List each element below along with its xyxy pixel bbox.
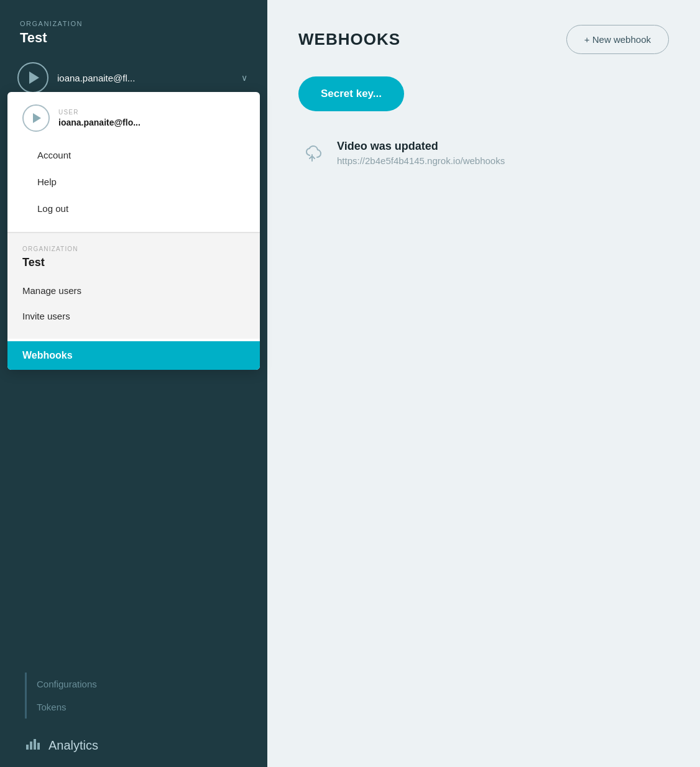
svg-rect-3 [37,743,40,750]
manage-users-item[interactable]: Manage users [22,278,245,303]
sidebar: ORGANIZATION Test ioana.panaite@fl... ∨ … [0,0,267,767]
svg-rect-0 [26,745,29,750]
chevron-down-icon: ∨ [241,73,247,83]
dropdown-menu: USER ioana.panaite@flo... Account Help L… [7,92,260,370]
dropdown-play-icon [33,113,41,123]
dropdown-user-info: USER ioana.panaite@flo... [58,109,140,127]
logout-menu-item[interactable]: Log out [22,195,245,222]
webhook-event-label: Video was updated [337,140,505,153]
avatar [17,62,48,93]
dropdown-org-section-name: Test [22,256,245,269]
invite-users-item[interactable]: Invite users [22,303,245,329]
secret-key-button[interactable]: Secret key... [298,76,404,111]
configurations-item[interactable]: Configurations [25,673,267,696]
dropdown-org-section: ORGANIZATION Test Manage users Invite us… [7,232,260,339]
account-menu-item[interactable]: Account [22,142,245,168]
webhooks-item[interactable]: Webhooks [7,341,260,370]
svg-rect-1 [30,742,32,750]
org-label: ORGANIZATION [0,0,267,30]
webhook-info: Video was updated https://2b4e5f4b4145.n… [337,140,505,166]
webhook-url-label: https://2b4e5f4b4145.ngrok.io/webhooks [337,155,505,166]
main-header: WEBHOOKS + New webhook [298,25,669,54]
dropdown-user-header: USER ioana.panaite@flo... [22,104,245,132]
page-title: WEBHOOKS [298,30,400,49]
sidebar-section-items: Configurations Tokens [25,673,267,719]
main-content: WEBHOOKS + New webhook Secret key... Vid… [267,0,700,767]
dropdown-user-section: USER ioana.panaite@flo... Account Help L… [7,92,260,232]
sidebar-bottom: Configurations Tokens Analytics [0,660,267,767]
tokens-item[interactable]: Tokens [25,696,267,719]
analytics-label: Analytics [48,738,98,753]
help-menu-item[interactable]: Help [22,168,245,195]
org-name: Test [0,30,267,56]
svg-rect-2 [34,739,36,750]
user-email-short: ioana.panaite@fl... [57,73,237,83]
webhook-entry: Video was updated https://2b4e5f4b4145.n… [298,140,669,167]
new-webhook-button[interactable]: + New webhook [566,25,669,54]
dropdown-org-section-label: ORGANIZATION [22,246,245,252]
webhooks-active-row: Webhooks [7,341,260,370]
analytics-icon [25,736,40,755]
upload-icon [298,140,326,167]
analytics-item[interactable]: Analytics [25,723,267,767]
dropdown-avatar [22,104,50,132]
play-icon [29,71,39,84]
dropdown-user-label: USER [58,109,140,116]
dropdown-user-email: ioana.panaite@flo... [58,117,140,127]
